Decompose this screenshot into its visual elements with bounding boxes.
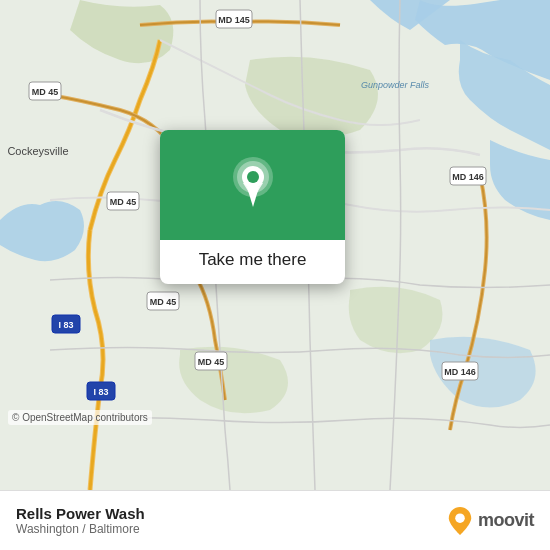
map-attribution: © OpenStreetMap contributors <box>8 410 152 425</box>
bottom-bar: Rells Power Wash Washington / Baltimore … <box>0 490 550 550</box>
svg-text:MD 146: MD 146 <box>444 367 476 377</box>
place-info: Rells Power Wash Washington / Baltimore <box>16 505 436 536</box>
svg-text:MD 45: MD 45 <box>32 87 59 97</box>
svg-point-24 <box>247 171 259 183</box>
svg-text:MD 45: MD 45 <box>198 357 225 367</box>
svg-marker-26 <box>247 187 259 207</box>
moovit-pin-icon <box>446 507 474 535</box>
map-container: MD 145 MD 45 MD 45 MD 45 MD 45 I 83 I 83… <box>0 0 550 490</box>
svg-text:I 83: I 83 <box>93 387 108 397</box>
place-name: Rells Power Wash <box>16 505 436 522</box>
svg-text:MD 146: MD 146 <box>452 172 484 182</box>
map-pin-icon <box>229 157 277 213</box>
svg-text:MD 45: MD 45 <box>110 197 137 207</box>
moovit-brand-text: moovit <box>478 510 534 531</box>
place-region: Washington / Baltimore <box>16 522 436 536</box>
svg-text:I 83: I 83 <box>58 320 73 330</box>
svg-point-27 <box>455 513 465 523</box>
svg-text:MD 145: MD 145 <box>218 15 250 25</box>
moovit-logo: moovit <box>446 507 534 535</box>
popup-card[interactable]: Take me there <box>160 130 345 284</box>
popup-header <box>160 130 345 240</box>
svg-text:Gunpowder Falls: Gunpowder Falls <box>361 80 430 90</box>
svg-text:Cockeysville: Cockeysville <box>7 145 68 157</box>
take-me-there-button[interactable]: Take me there <box>183 240 323 284</box>
svg-text:MD 45: MD 45 <box>150 297 177 307</box>
